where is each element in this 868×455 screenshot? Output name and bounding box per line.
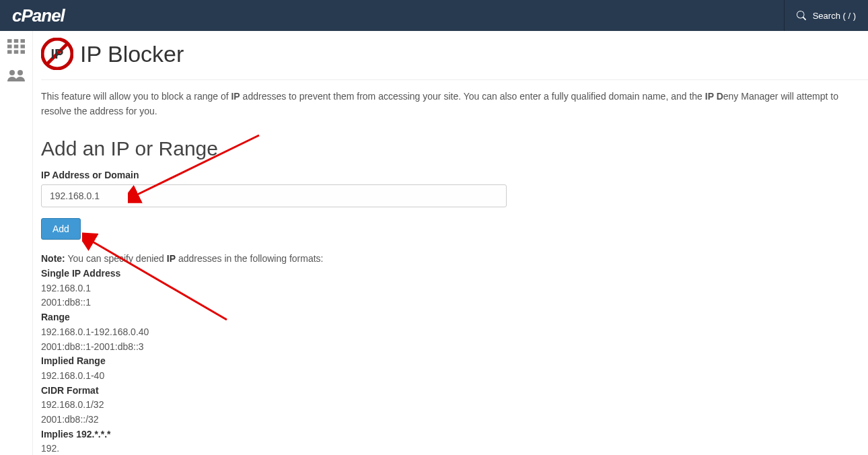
main-content: IP IP Blocker This feature will allow yo… xyxy=(32,31,868,455)
svg-point-9 xyxy=(9,70,15,75)
page-description: This feature will allow you to block a r… xyxy=(41,90,868,118)
svg-rect-1 xyxy=(14,39,19,42)
left-sidebar xyxy=(0,31,32,455)
page-title-text: IP Blocker xyxy=(80,41,184,67)
sidebar-grid-button[interactable] xyxy=(3,36,30,57)
svg-rect-8 xyxy=(21,50,26,53)
field-label: IP Address or Domain xyxy=(41,170,868,180)
note-block: Note: You can specify denied IP addresse… xyxy=(41,252,868,455)
search-icon xyxy=(797,11,806,20)
search-label: Search ( / ) xyxy=(813,11,856,21)
search-trigger[interactable]: Search ( / ) xyxy=(784,0,868,31)
svg-text:IP: IP xyxy=(51,46,64,61)
sidebar-users-button[interactable] xyxy=(3,66,30,86)
grid-icon xyxy=(7,39,25,54)
section-heading: Add an IP or Range xyxy=(41,137,868,160)
top-header: cPanel Search ( / ) xyxy=(0,0,868,31)
svg-rect-0 xyxy=(7,39,12,42)
page-title-row: IP IP Blocker xyxy=(41,38,868,70)
divider xyxy=(41,79,868,80)
svg-rect-6 xyxy=(7,50,12,53)
svg-rect-5 xyxy=(21,44,26,48)
svg-rect-7 xyxy=(14,50,19,53)
users-icon xyxy=(7,69,25,83)
svg-rect-3 xyxy=(7,44,12,48)
add-button[interactable]: Add xyxy=(41,218,81,240)
svg-rect-4 xyxy=(14,44,19,48)
ip-blocker-icon: IP xyxy=(41,38,73,70)
svg-rect-2 xyxy=(21,39,26,42)
cpanel-logo: cPanel xyxy=(12,5,65,26)
ip-input[interactable] xyxy=(41,184,507,207)
svg-point-10 xyxy=(17,70,23,75)
